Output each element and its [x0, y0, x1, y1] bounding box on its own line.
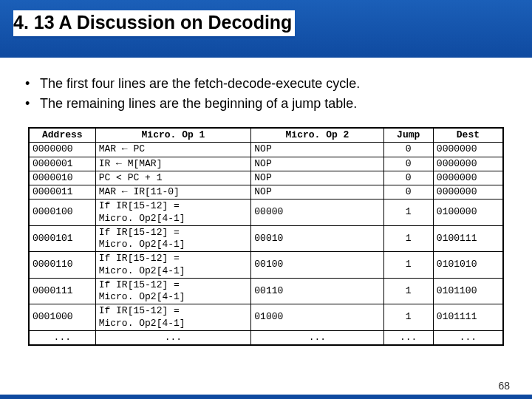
table-row: 0000001IR ← M[MAR]NOP00000000	[30, 157, 503, 171]
cell-addr: 0001000	[30, 304, 96, 331]
microcode-table: Address Micro. Op 1 Micro. Op 2 Jump Des…	[28, 127, 504, 346]
cell-addr: ...	[30, 330, 96, 344]
cell-dest: 0100000	[433, 200, 502, 226]
cell-op2: NOP	[251, 171, 383, 185]
table-row: 0000111If IR[15-12] =Micro. Op2[4-1]0011…	[30, 278, 503, 304]
cell-op1: If IR[15-12] =Micro. Op2[4-1]	[95, 304, 251, 331]
cell-addr: 0000110	[30, 252, 96, 279]
cell-jump: 0	[383, 185, 433, 200]
cell-jump: 1	[383, 304, 433, 331]
cell-op1: MAR ← IR[11-0]	[95, 185, 251, 200]
table-header-row: Address Micro. Op 1 Micro. Op 2 Jump Des…	[30, 129, 503, 143]
cell-addr: 0000111	[30, 278, 96, 304]
cell-dest: 0000000	[433, 185, 502, 200]
cell-dest: 0101100	[433, 278, 502, 304]
cell-op2: 01000	[251, 304, 383, 331]
title-bar: 4. 13 A Discussion on Decoding	[0, 0, 532, 58]
bullet-list: The first four lines are the fetch-decod…	[24, 74, 514, 114]
table-row: 0000110If IR[15-12] =Micro. Op2[4-1]0010…	[30, 252, 503, 279]
table-row: 0001000If IR[15-12] =Micro. Op2[4-1]0100…	[30, 304, 503, 331]
cell-dest: 0100111	[433, 225, 502, 252]
cell-op2: NOP	[251, 143, 383, 157]
cell-op2: 00010	[251, 225, 383, 252]
cell-op2: 00100	[251, 252, 383, 279]
bullet-item: The first four lines are the fetch-decod…	[24, 74, 514, 94]
cell-jump: 0	[383, 171, 433, 185]
cell-addr: 0000101	[30, 225, 96, 252]
cell-dest: 0000000	[433, 143, 502, 157]
cell-op1: IR ← M[MAR]	[95, 157, 251, 171]
cell-jump: 1	[383, 252, 433, 279]
cell-addr: 0000001	[30, 157, 96, 171]
col-microop1: Micro. Op 1	[95, 129, 251, 143]
cell-dest: ...	[433, 330, 502, 344]
col-address: Address	[30, 129, 96, 143]
cell-jump: ...	[383, 330, 433, 344]
cell-op2: 00000	[251, 200, 383, 226]
table-row: 0000100If IR[15-12] =Micro. Op2[4-1]0000…	[30, 200, 503, 226]
cell-op2: NOP	[251, 185, 383, 200]
cell-jump: 0	[383, 157, 433, 171]
page-number: 68	[498, 380, 510, 392]
cell-dest: 0000000	[433, 157, 502, 171]
table-row: ...............	[30, 330, 503, 344]
cell-op2: NOP	[251, 157, 383, 171]
cell-jump: 1	[383, 278, 433, 304]
cell-addr: 0000100	[30, 200, 96, 226]
cell-dest: 0101111	[433, 304, 502, 331]
cell-addr: 0000011	[30, 185, 96, 200]
table-row: 0000000MAR ← PCNOP00000000	[30, 143, 503, 157]
cell-op2: 00110	[251, 278, 383, 304]
cell-jump: 1	[383, 200, 433, 226]
slide-title: 4. 13 A Discussion on Decoding	[13, 10, 295, 36]
cell-op1: ...	[95, 330, 251, 344]
cell-addr: 0000000	[30, 143, 96, 157]
cell-op1: If IR[15-12] =Micro. Op2[4-1]	[95, 278, 251, 304]
cell-addr: 0000010	[30, 171, 96, 185]
table-row: 0000010PC < PC + 1NOP00000000	[30, 171, 503, 185]
cell-jump: 1	[383, 225, 433, 252]
cell-dest: 0000000	[433, 171, 502, 185]
cell-op1: If IR[15-12] =Micro. Op2[4-1]	[95, 225, 251, 252]
cell-op1: MAR ← PC	[95, 143, 251, 157]
cell-op1: PC < PC + 1	[95, 171, 251, 185]
cell-dest: 0101010	[433, 252, 502, 279]
footer-accent	[0, 395, 532, 399]
col-microop2: Micro. Op 2	[251, 129, 383, 143]
cell-op1: If IR[15-12] =Micro. Op2[4-1]	[95, 252, 251, 279]
cell-op2: ...	[251, 330, 383, 344]
col-dest: Dest	[433, 129, 502, 143]
cell-op1: If IR[15-12] =Micro. Op2[4-1]	[95, 200, 251, 226]
cell-jump: 0	[383, 143, 433, 157]
col-jump: Jump	[383, 129, 433, 143]
table-row: 0000101If IR[15-12] =Micro. Op2[4-1]0001…	[30, 225, 503, 252]
table-row: 0000011MAR ← IR[11-0]NOP00000000	[30, 185, 503, 200]
bullet-item: The remaining lines are the beginning of…	[24, 94, 514, 114]
